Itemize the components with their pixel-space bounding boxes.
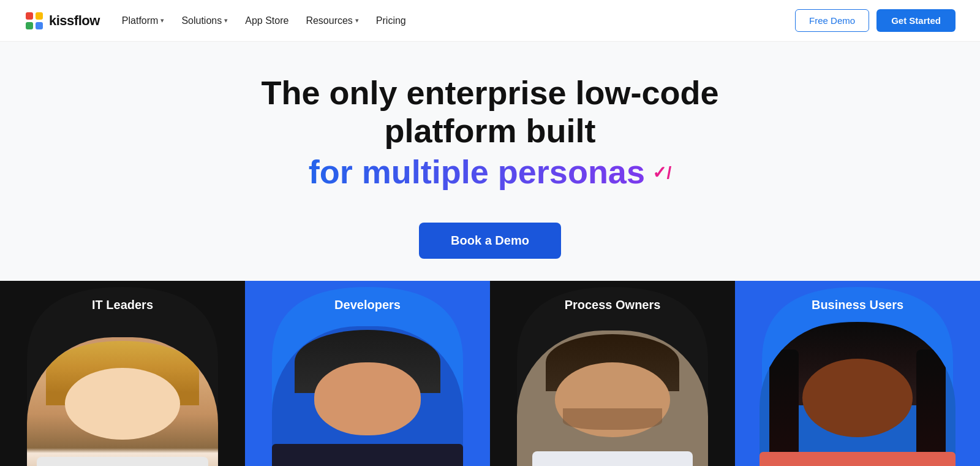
hero-decoration: ✓/ — [652, 167, 671, 188]
hero-section: The only enterprise low-code platform bu… — [0, 42, 980, 281]
book-demo-button[interactable]: Book a Demo — [419, 223, 561, 259]
deco-mark: ✓/ — [652, 163, 671, 182]
nav-links: Platform ▾ Solutions ▾ App Store Resourc… — [122, 15, 406, 26]
persona-card-developers[interactable]: Developers — [245, 281, 490, 466]
nav-item-appstore[interactable]: App Store — [245, 15, 288, 26]
free-demo-button[interactable]: Free Demo — [795, 9, 869, 32]
nav-item-platform[interactable]: Platform ▾ — [122, 15, 165, 26]
person-image-bu — [760, 322, 956, 466]
chevron-down-icon: ▾ — [355, 17, 359, 25]
hero-subtitle: for multiple personas — [309, 152, 645, 192]
persona-label-it: IT Leaders — [0, 298, 245, 312]
hero-title-line1: The only enterprise low-code platform bu… — [214, 74, 766, 150]
svg-rect-2 — [26, 22, 33, 29]
nav-item-solutions[interactable]: Solutions ▾ — [181, 15, 228, 26]
nav-item-pricing[interactable]: Pricing — [376, 15, 406, 26]
persona-label-po: Process Owners — [490, 298, 735, 312]
chevron-down-icon: ▾ — [160, 17, 164, 25]
navbar: kissflow Platform ▾ Solutions ▾ App Stor… — [0, 0, 980, 42]
personas-section: IT Leaders Developers — [0, 281, 980, 466]
nav-left: kissflow Platform ▾ Solutions ▾ App Stor… — [24, 11, 406, 31]
hero-subtitle-wrapper: for multiple personas ✓/ — [12, 152, 968, 209]
kissflow-logo-icon — [24, 11, 44, 31]
chevron-down-icon: ▾ — [224, 17, 228, 25]
svg-rect-0 — [26, 12, 33, 20]
svg-rect-3 — [36, 22, 43, 29]
persona-label-bu: Business Users — [735, 298, 980, 312]
svg-rect-1 — [36, 12, 43, 20]
get-started-button[interactable]: Get Started — [876, 9, 956, 32]
persona-label-dev: Developers — [245, 298, 490, 312]
nav-item-resources[interactable]: Resources ▾ — [306, 15, 358, 26]
persona-card-process-owners[interactable]: Process Owners — [490, 281, 735, 466]
logo-text: kissflow — [49, 13, 100, 29]
persona-card-it-leaders[interactable]: IT Leaders — [0, 281, 245, 466]
persona-card-business-users[interactable]: Business Users — [735, 281, 980, 466]
logo[interactable]: kissflow — [24, 11, 100, 31]
nav-right: Free Demo Get Started — [795, 9, 956, 32]
